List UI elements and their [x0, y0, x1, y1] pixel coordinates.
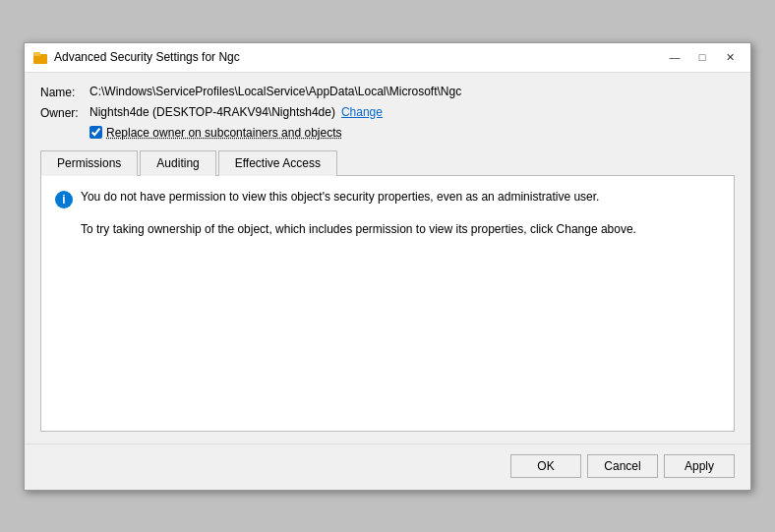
close-button[interactable]: ✕	[717, 46, 743, 68]
owner-value-group: Nightsh4de (DESKTOP-4RAKV94\Nightsh4de) …	[89, 105, 383, 119]
window-icon	[32, 49, 48, 65]
info-box: i You do not have permission to view thi…	[55, 190, 720, 208]
name-row: Name: C:\Windows\ServiceProfiles\LocalSe…	[40, 85, 735, 99]
window-title: Advanced Security Settings for Ngc	[54, 50, 662, 64]
tab-bar: Permissions Auditing Effective Access	[40, 149, 735, 176]
ok-button[interactable]: OK	[510, 454, 581, 478]
owner-row: Owner: Nightsh4de (DESKTOP-4RAKV94\Night…	[40, 105, 735, 120]
maximize-button[interactable]: □	[689, 46, 715, 68]
checkbox-row: Replace owner on subcontainers and objec…	[89, 126, 735, 140]
svg-rect-1	[33, 52, 40, 56]
title-bar: Advanced Security Settings for Ngc — □ ✕	[25, 43, 750, 73]
tab-auditing[interactable]: Auditing	[140, 150, 215, 176]
info-icon: i	[55, 191, 73, 208]
apply-button[interactable]: Apply	[664, 454, 735, 478]
window-controls: — □ ✕	[662, 46, 743, 68]
cancel-button[interactable]: Cancel	[587, 454, 658, 478]
footer: OK Cancel Apply	[25, 443, 750, 490]
minimize-button[interactable]: —	[662, 46, 687, 68]
name-label: Name:	[40, 85, 89, 99]
main-window: Advanced Security Settings for Ngc — □ ✕…	[24, 42, 751, 491]
try-message: To try taking ownership of the object, w…	[81, 220, 720, 238]
info-message: You do not have permission to view this …	[81, 190, 599, 204]
replace-owner-checkbox[interactable]	[89, 126, 102, 139]
checkbox-label[interactable]: Replace owner on subcontainers and objec…	[106, 126, 341, 140]
tab-content-area: i You do not have permission to view thi…	[40, 176, 735, 432]
change-link[interactable]: Change	[341, 105, 383, 119]
tab-effective-access[interactable]: Effective Access	[218, 150, 337, 176]
owner-value: Nightsh4de (DESKTOP-4RAKV94\Nightsh4de)	[89, 105, 335, 119]
content-area: Name: C:\Windows\ServiceProfiles\LocalSe…	[25, 73, 750, 443]
tab-permissions[interactable]: Permissions	[40, 150, 138, 176]
owner-label: Owner:	[40, 105, 89, 120]
name-value: C:\Windows\ServiceProfiles\LocalService\…	[89, 85, 461, 98]
